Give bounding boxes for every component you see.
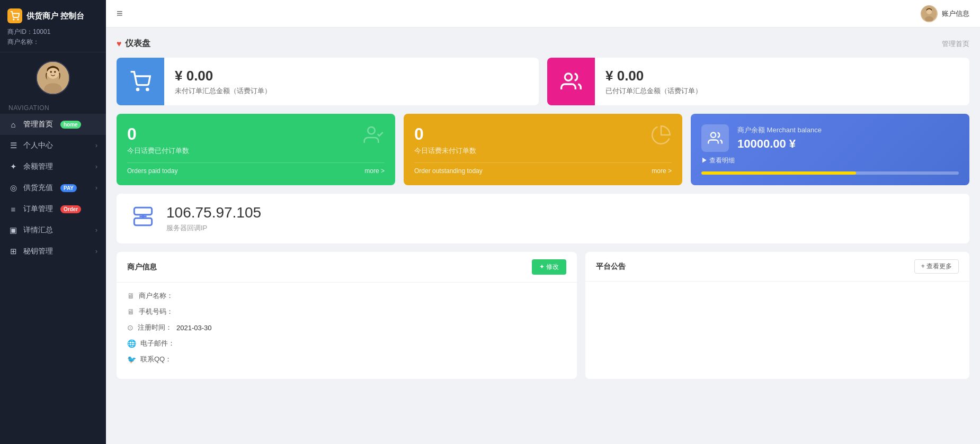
svg-rect-16 bbox=[134, 218, 152, 225]
register-time-row: ⊙ 注册时间： 2021-03-30 bbox=[127, 323, 566, 332]
chevron-right-icon-3: › bbox=[95, 184, 97, 192]
bottom-row: 商户信息 ✦ 修改 🖥 商户名称： 🖥 手机号码： ⊙ 注册时间： bbox=[117, 252, 969, 379]
chevron-right-icon: › bbox=[95, 142, 97, 149]
balance-progress-bar bbox=[701, 171, 959, 175]
secret-icon: ⊞ bbox=[8, 247, 18, 256]
sidebar-item-balance[interactable]: ✦ 余额管理 › bbox=[0, 156, 106, 177]
svg-point-13 bbox=[368, 127, 375, 134]
email-row: 🌐 电子邮件： bbox=[127, 339, 566, 348]
sidebar-item-detail[interactable]: ▣ 详情汇总 › bbox=[0, 220, 106, 241]
sidebar-item-secret[interactable]: ⊞ 秘钥管理 › bbox=[0, 241, 106, 262]
paid-today-footer-left: Orders paid today bbox=[127, 167, 177, 175]
paid-today-footer: Orders paid today more > bbox=[127, 162, 385, 175]
sidebar-item-personal-label: 个人中心 bbox=[23, 141, 53, 150]
edit-merchant-button[interactable]: ✦ 修改 bbox=[532, 259, 566, 275]
sidebar-item-order[interactable]: ≡ 订单管理 Order bbox=[0, 198, 106, 220]
nav-label: Navigation bbox=[0, 100, 106, 114]
merchant-name-label: 商户名称： bbox=[139, 291, 173, 301]
breadcrumb: 管理首页 bbox=[942, 39, 969, 49]
phone-row: 🖥 手机号码： bbox=[127, 307, 566, 316]
paid-amount: ¥ 0.00 bbox=[605, 68, 702, 84]
merchant-info-card: 商户信息 ✦ 修改 🖥 商户名称： 🖥 手机号码： ⊙ 注册时间： bbox=[117, 252, 577, 379]
phone-label: 手机号码： bbox=[139, 307, 173, 316]
ip-address: 106.75.97.105 bbox=[166, 204, 261, 221]
paid-today-top: 0 今日话费已付订单数 bbox=[127, 124, 385, 156]
user-icon-box bbox=[547, 58, 595, 105]
paid-desc: 已付订单汇总金额（话费订单） bbox=[605, 86, 702, 96]
merchant-info-title: 商户信息 bbox=[127, 262, 157, 272]
sidebar-item-home-label: 管理首页 bbox=[23, 120, 53, 129]
computer-icon-2: 🖥 bbox=[127, 307, 135, 316]
topbar-avatar bbox=[921, 5, 938, 22]
svg-point-6 bbox=[54, 71, 56, 73]
cart-icon-box bbox=[117, 58, 164, 105]
sidebar-item-home[interactable]: ⌂ 管理首页 home bbox=[0, 114, 106, 135]
page-content: ♥ 仪表盘 管理首页 ¥ 0.00 未付订单汇总金额（话费订单） bbox=[106, 28, 980, 389]
paid-today-num: 0 bbox=[127, 124, 385, 144]
merchant-id: 商户ID：10001 bbox=[7, 28, 99, 37]
unpaid-orders-card: ¥ 0.00 未付订单汇总金额（话费订单） bbox=[117, 58, 539, 105]
merchant-balance-card: 商户余额 Merchant balance 10000.00 ¥ ▶ 查看明细 bbox=[691, 114, 969, 185]
balance-title: 商户余额 Merchant balance bbox=[737, 125, 822, 135]
sidebar-item-detail-label: 详情汇总 bbox=[23, 225, 53, 235]
sidebar-item-recharge[interactable]: ◎ 供货充值 PAY › bbox=[0, 177, 106, 198]
outstanding-today-footer-left: Order outstanding today bbox=[414, 167, 483, 175]
qq-label: 联系QQ： bbox=[140, 355, 172, 364]
announcement-title: 平台公告 bbox=[596, 262, 626, 271]
order-badge: Order bbox=[60, 205, 81, 213]
view-more-button[interactable]: + 查看更多 bbox=[914, 259, 959, 274]
register-time-value: 2021-03-30 bbox=[176, 324, 212, 332]
balance-progress-fill bbox=[701, 171, 856, 175]
topbar-right: 账户信息 bbox=[921, 5, 969, 22]
sidebar-item-balance-label: 余额管理 bbox=[23, 162, 53, 171]
account-label[interactable]: 账户信息 bbox=[942, 9, 969, 19]
page-title: ♥ 仪表盘 bbox=[117, 38, 150, 49]
paid-today-more[interactable]: more > bbox=[364, 167, 385, 175]
sidebar-item-order-label: 订单管理 bbox=[23, 204, 53, 214]
outstanding-today-card: 0 今日话费未付订单数 Order outstanding today more… bbox=[404, 114, 682, 185]
svg-rect-15 bbox=[134, 207, 152, 214]
register-time-label: 注册时间： bbox=[138, 323, 172, 332]
svg-point-12 bbox=[565, 74, 572, 80]
avatar bbox=[36, 61, 70, 95]
globe-icon: 🌐 bbox=[127, 339, 136, 348]
sidebar-avatar-section bbox=[0, 52, 106, 100]
chevron-right-icon-5: › bbox=[95, 248, 97, 255]
sidebar-item-recharge-label: 供货充值 bbox=[23, 183, 53, 193]
announcement-body bbox=[585, 282, 969, 334]
sidebar-item-personal[interactable]: ☰ 个人中心 › bbox=[0, 135, 106, 156]
paid-orders-card: ¥ 0.00 已付订单汇总金额（话费订单） bbox=[547, 58, 969, 105]
sidebar-logo: 供货商户 控制台 bbox=[7, 8, 99, 23]
twitter-icon: 🐦 bbox=[127, 355, 136, 364]
outstanding-today-label: 今日话费未付订单数 bbox=[414, 146, 672, 156]
outstanding-today-num: 0 bbox=[414, 124, 672, 144]
pay-badge: PAY bbox=[60, 184, 77, 192]
ip-label: 服务器回调IP bbox=[166, 223, 261, 233]
chevron-right-icon-2: › bbox=[95, 163, 97, 170]
svg-point-10 bbox=[137, 88, 138, 90]
ip-section: 106.75.97.105 服务器回调IP bbox=[117, 194, 969, 243]
menu-toggle-button[interactable]: ≡ bbox=[117, 7, 123, 20]
merchant-info-body: 🖥 商户名称： 🖥 手机号码： ⊙ 注册时间： 2021-03-30 🌐 bbox=[117, 283, 577, 379]
outstanding-today-more[interactable]: more > bbox=[652, 167, 672, 175]
server-icon bbox=[132, 206, 154, 232]
svg-point-11 bbox=[147, 88, 148, 90]
svg-point-14 bbox=[711, 133, 716, 138]
ip-info: 106.75.97.105 服务器回调IP bbox=[166, 204, 261, 233]
balance-icon-box bbox=[701, 124, 729, 152]
detail-icon: ▣ bbox=[8, 225, 18, 235]
logo-text: 供货商户 控制台 bbox=[26, 11, 84, 21]
recharge-icon: ◎ bbox=[8, 183, 18, 193]
merchant-name-row: 🖥 商户名称： bbox=[127, 291, 566, 301]
heart-icon: ♥ bbox=[117, 39, 122, 49]
personal-icon: ☰ bbox=[8, 141, 18, 150]
home-badge: home bbox=[60, 121, 81, 129]
paid-today-label: 今日话费已付订单数 bbox=[127, 146, 385, 156]
outstanding-today-footer: Order outstanding today more > bbox=[414, 162, 672, 175]
sidebar-header: 供货商户 控制台 商户ID：10001 商户名称： bbox=[0, 0, 106, 52]
svg-point-0 bbox=[13, 19, 14, 20]
chevron-right-icon-4: › bbox=[95, 226, 97, 234]
balance-header: 商户余额 Merchant balance 10000.00 ¥ bbox=[701, 124, 959, 152]
unpaid-card-info: ¥ 0.00 未付订单汇总金额（话费订单） bbox=[164, 59, 282, 104]
balance-detail-link[interactable]: ▶ 查看明细 bbox=[701, 156, 959, 165]
